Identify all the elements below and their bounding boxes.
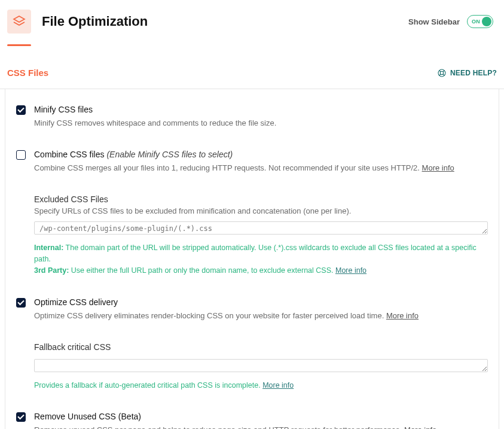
excluded-css-hint: Internal: The domain part of the URL wil… bbox=[34, 242, 488, 277]
lifebuoy-icon bbox=[437, 68, 447, 78]
combine-css-title-note: (Enable Minify CSS files to select) bbox=[106, 150, 233, 159]
excluded-css-input[interactable] bbox=[34, 221, 488, 235]
svg-point-2 bbox=[440, 71, 443, 74]
fallback-more-info-link[interactable]: More info bbox=[262, 381, 294, 390]
svg-line-4 bbox=[443, 70, 444, 71]
hint-3rd-label: 3rd Party: bbox=[34, 266, 69, 275]
page-title: File Optimization bbox=[42, 14, 148, 29]
fallback-css-hint: Provides a fallback if auto-generated cr… bbox=[34, 380, 488, 391]
hint-internal-text: The domain part of the URL will be strip… bbox=[34, 244, 476, 263]
option-remove-unused-css: Remove Unused CSS (Beta) Removes unused … bbox=[16, 397, 488, 429]
excluded-css-block: Excluded CSS Files Specify URLs of CSS f… bbox=[34, 194, 488, 277]
svg-line-3 bbox=[439, 70, 441, 71]
fallback-css-title: Fallback critical CSS bbox=[34, 342, 488, 352]
fallback-css-input[interactable] bbox=[34, 359, 488, 372]
hint-internal-label: Internal: bbox=[34, 244, 63, 252]
option-combine-css: Combine CSS files (Enable Minify CSS fil… bbox=[16, 133, 488, 178]
remove-unused-css-title: Remove Unused CSS (Beta) bbox=[34, 412, 488, 421]
remove-unused-css-checkbox[interactable] bbox=[16, 412, 26, 422]
need-help-label: NEED HELP? bbox=[450, 69, 497, 77]
combine-css-checkbox[interactable] bbox=[16, 150, 26, 160]
optimize-css-title: Optimize CSS delivery bbox=[34, 297, 488, 307]
svg-marker-0 bbox=[14, 16, 25, 22]
excluded-css-title: Excluded CSS Files bbox=[34, 194, 488, 204]
combine-css-title: Combine CSS files (Enable Minify CSS fil… bbox=[34, 150, 488, 159]
combine-more-info-link[interactable]: More info bbox=[422, 163, 454, 172]
toggle-state-label: ON bbox=[472, 19, 480, 25]
section-title: CSS Files bbox=[7, 68, 48, 78]
show-sidebar-toggle[interactable]: ON bbox=[467, 15, 493, 28]
optimize-more-info-link[interactable]: More info bbox=[386, 311, 419, 320]
combine-css-title-main: Combine CSS files bbox=[34, 150, 106, 159]
options-panel: Minify CSS files Minify CSS removes whit… bbox=[5, 89, 499, 429]
show-sidebar-group: Show Sidebar ON bbox=[408, 15, 493, 28]
need-help-link[interactable]: NEED HELP? bbox=[437, 68, 497, 78]
svg-line-6 bbox=[443, 74, 444, 75]
toggle-knob bbox=[482, 17, 491, 26]
remove-unused-css-desc: Removes unused CSS per page and helps to… bbox=[34, 425, 488, 429]
page-header: File Optimization Show Sidebar ON bbox=[0, 0, 504, 34]
svg-line-5 bbox=[439, 74, 441, 75]
fallback-css-block: Fallback critical CSS Provides a fallbac… bbox=[34, 342, 488, 391]
optimize-css-checkbox[interactable] bbox=[16, 298, 26, 308]
minify-css-desc: Minify CSS removes whitespace and commen… bbox=[34, 118, 488, 129]
combine-css-desc: Combine CSS merges all your files into 1… bbox=[34, 163, 488, 174]
layers-icon bbox=[7, 10, 31, 34]
unused-more-info-link[interactable]: More info bbox=[404, 425, 436, 429]
section-header: CSS Files NEED HELP? bbox=[0, 46, 504, 89]
hint-3rd-text: Use either the full URL path or only the… bbox=[69, 266, 335, 275]
excluded-css-desc: Specify URLs of CSS files to be excluded… bbox=[34, 206, 488, 215]
show-sidebar-label: Show Sidebar bbox=[408, 17, 460, 26]
minify-css-checkbox[interactable] bbox=[16, 105, 26, 115]
option-optimize-css: Optimize CSS delivery Optimize CSS deliv… bbox=[16, 283, 488, 325]
excluded-more-info-link[interactable]: More info bbox=[335, 266, 366, 275]
option-minify-css: Minify CSS files Minify CSS removes whit… bbox=[16, 95, 488, 133]
optimize-css-desc: Optimize CSS delivery eliminates render-… bbox=[34, 311, 488, 322]
minify-css-title: Minify CSS files bbox=[34, 105, 488, 114]
